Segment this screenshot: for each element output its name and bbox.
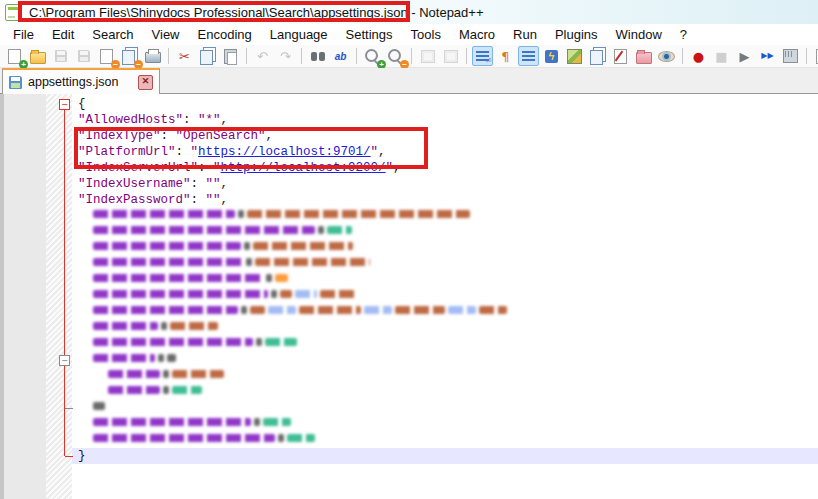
record-macro-button[interactable]: ● bbox=[688, 46, 709, 66]
code-line-20[interactable]: 20 bbox=[0, 400, 818, 416]
run-macro-multiple-button[interactable]: ▶▶ bbox=[757, 46, 778, 66]
menu-item-file[interactable]: File bbox=[4, 25, 43, 44]
copy-button[interactable] bbox=[197, 46, 218, 66]
show-all-characters-button[interactable]: ¶ bbox=[495, 46, 516, 66]
redacted-text bbox=[93, 338, 253, 346]
undo-button[interactable]: ↶ bbox=[252, 46, 273, 66]
code-line-15[interactable]: 15 bbox=[0, 320, 818, 336]
sync-horizontal-scroll-icon bbox=[444, 50, 458, 63]
close-button[interactable]: − bbox=[96, 46, 117, 66]
redacted-text bbox=[93, 418, 251, 426]
code-token: "IndexUsername" bbox=[78, 177, 191, 191]
code-line-21[interactable]: 21 bbox=[0, 416, 818, 432]
menu-item-settings[interactable]: Settings bbox=[337, 25, 402, 44]
toolbar-separator bbox=[168, 48, 169, 64]
code-line-16[interactable]: 16 bbox=[0, 336, 818, 352]
sync-horizontal-scroll-button[interactable] bbox=[440, 46, 461, 66]
code-line-11[interactable]: 11 bbox=[0, 256, 818, 272]
code-line-23[interactable]: 23} bbox=[0, 448, 818, 464]
code-line-22[interactable]: 22 bbox=[0, 432, 818, 448]
print-button[interactable] bbox=[142, 46, 163, 66]
menu-item-encoding[interactable]: Encoding bbox=[189, 25, 261, 44]
zoom-out-icon bbox=[388, 49, 401, 62]
menu-item-help[interactable]: ? bbox=[671, 25, 696, 44]
fold-collapse-box[interactable]: − bbox=[59, 99, 70, 110]
code-line-8[interactable]: 8 bbox=[0, 208, 818, 224]
function-list-button[interactable]: ϟ bbox=[541, 46, 562, 66]
redacted-text bbox=[93, 402, 105, 410]
redacted-text bbox=[271, 290, 277, 298]
save-macro-button[interactable] bbox=[780, 46, 801, 66]
tab-close-icon[interactable]: ✕ bbox=[138, 75, 153, 90]
code-line-4[interactable]: 4 "PlatformUrl": "https://localhost:9701… bbox=[0, 144, 818, 160]
code-line-17[interactable]: 17 bbox=[0, 352, 818, 368]
code-line-5[interactable]: 5 "IndexServerUrl": "http://localhost:92… bbox=[0, 160, 818, 176]
plugins-admin-button[interactable] bbox=[812, 46, 818, 66]
open-file-button[interactable] bbox=[27, 46, 48, 66]
sync-vertical-scroll-button[interactable] bbox=[417, 46, 438, 66]
code-line-2[interactable]: 2 "AllowedHosts": "*", bbox=[0, 112, 818, 128]
save-all-button[interactable] bbox=[73, 46, 94, 66]
run-macro-multiple-icon: ▶▶ bbox=[761, 52, 773, 60]
close-all-icon bbox=[122, 50, 135, 65]
word-wrap-button[interactable] bbox=[472, 46, 493, 66]
user-defined-language-button[interactable] bbox=[610, 46, 631, 66]
url-text[interactable]: https://localhost:9701/ bbox=[198, 145, 371, 159]
menu-item-macro[interactable]: Macro bbox=[450, 25, 504, 44]
code-lines: 1{2 "AllowedHosts": "*",3 "IndexType": "… bbox=[0, 96, 818, 464]
menu-item-plugins[interactable]: Plugins bbox=[546, 25, 607, 44]
menu-item-language[interactable]: Language bbox=[261, 25, 337, 44]
find-button[interactable] bbox=[307, 46, 328, 66]
redacted-text bbox=[172, 386, 202, 394]
cut-button[interactable]: ✂ bbox=[174, 46, 195, 66]
fold-collapse-box[interactable]: − bbox=[59, 355, 70, 366]
menu-item-search[interactable]: Search bbox=[83, 25, 142, 44]
redacted-text bbox=[295, 290, 317, 298]
code-line-1[interactable]: 1{ bbox=[0, 96, 818, 112]
open-file-icon bbox=[30, 52, 46, 64]
redacted-text bbox=[280, 290, 292, 298]
paste-button[interactable] bbox=[220, 46, 241, 66]
redo-button[interactable]: ↷ bbox=[275, 46, 296, 66]
code-line-14[interactable]: 14 bbox=[0, 304, 818, 320]
fold-margin[interactable] bbox=[46, 94, 72, 499]
code-line-10[interactable]: 10 bbox=[0, 240, 818, 256]
document-map-button[interactable] bbox=[564, 46, 585, 66]
zoom-in-button[interactable]: + bbox=[362, 46, 383, 66]
save-button[interactable] bbox=[50, 46, 71, 66]
zoom-out-button[interactable]: − bbox=[385, 46, 406, 66]
zoom-in-icon bbox=[365, 49, 378, 62]
url-text[interactable]: http://localhost:9200/ bbox=[221, 161, 386, 175]
close-all-button[interactable]: − bbox=[119, 46, 140, 66]
document-list-button[interactable] bbox=[587, 46, 608, 66]
code-token: "OpenSearch" bbox=[176, 129, 266, 143]
code-line-12[interactable]: 12 bbox=[0, 272, 818, 288]
code-line-7[interactable]: 7 "IndexPassword": "", bbox=[0, 192, 818, 208]
menu-item-view[interactable]: View bbox=[143, 25, 189, 44]
folder-as-workspace-button[interactable] bbox=[633, 46, 654, 66]
indent-guide-button[interactable] bbox=[518, 46, 539, 66]
monitoring-button[interactable] bbox=[656, 46, 677, 66]
editor-pane[interactable]: 1{2 "AllowedHosts": "*",3 "IndexType": "… bbox=[0, 94, 818, 499]
toolbar-separator bbox=[411, 48, 412, 64]
stop-macro-button[interactable]: ■ bbox=[711, 46, 732, 66]
code-line-3[interactable]: 3 "IndexType": "OpenSearch", bbox=[0, 128, 818, 144]
toolbar-separator bbox=[466, 48, 467, 64]
redacted-text bbox=[250, 306, 265, 314]
code-line-13[interactable]: 13 bbox=[0, 288, 818, 304]
code-line-19[interactable]: 19 bbox=[0, 384, 818, 400]
menu-item-window[interactable]: Window bbox=[607, 25, 671, 44]
code-token: : bbox=[176, 145, 191, 159]
code-token: , bbox=[266, 129, 274, 143]
code-line-18[interactable]: 18 bbox=[0, 368, 818, 384]
tab-appsettings-json[interactable]: appsettings.json ✕ bbox=[2, 68, 160, 94]
play-macro-button[interactable]: ▶ bbox=[734, 46, 755, 66]
menu-item-tools[interactable]: Tools bbox=[402, 25, 450, 44]
code-line-9[interactable]: 9 bbox=[0, 224, 818, 240]
redacted-text bbox=[93, 306, 238, 314]
new-file-button[interactable]: + bbox=[4, 46, 25, 66]
menu-item-edit[interactable]: Edit bbox=[43, 25, 83, 44]
menu-item-run[interactable]: Run bbox=[504, 25, 546, 44]
code-line-6[interactable]: 6 "IndexUsername": "", bbox=[0, 176, 818, 192]
replace-button[interactable]: ab bbox=[330, 46, 351, 66]
